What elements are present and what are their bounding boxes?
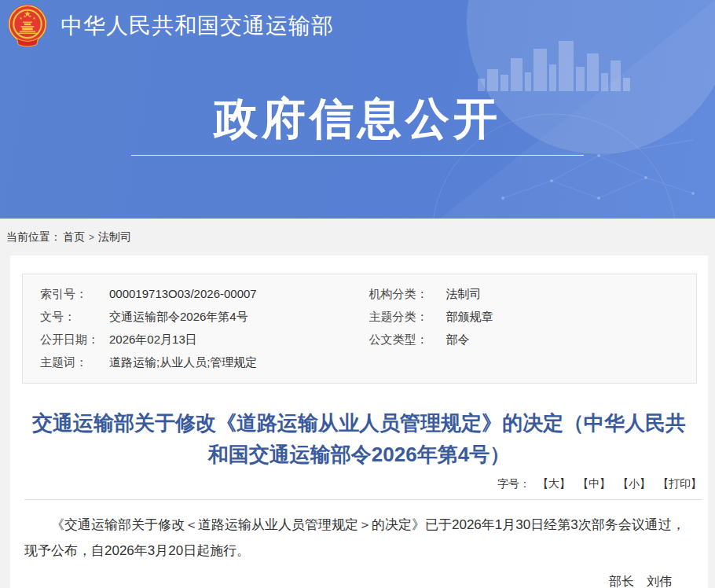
content-card: 索引号： 000019713O03/2026-00007 文号： 交通运输部令2… bbox=[10, 255, 708, 588]
meta-row-topic-category: 主题分类： 部颁规章 bbox=[360, 305, 697, 328]
meta-label: 公开日期： bbox=[23, 328, 109, 351]
document-meta-table: 索引号： 000019713O03/2026-00007 文号： 交通运输部令2… bbox=[22, 274, 697, 384]
title-underline bbox=[131, 155, 584, 156]
meta-row-org-category: 机构分类： 法制司 bbox=[360, 282, 697, 305]
print-button[interactable]: 【打印】 bbox=[658, 477, 702, 490]
meta-column-left: 索引号： 000019713O03/2026-00007 文号： 交通运输部令2… bbox=[23, 282, 360, 373]
meta-value: 部颁规章 bbox=[446, 305, 493, 328]
meta-row-doc-type: 公文类型： 部令 bbox=[360, 328, 697, 351]
font-size-controls: 字号：【大】【中】【小】【打印】 bbox=[10, 477, 702, 491]
ministry-name: 中华人民共和国交通运输部 bbox=[60, 11, 334, 41]
banner: 中华人民共和国交通运输部 政府信息公开 bbox=[0, 0, 715, 219]
meta-row-doc-no: 文号： 交通运输部令2026年第4号 bbox=[23, 305, 360, 328]
article-title: 交通运输部关于修改《道路运输从业人员管理规定》的决定（中华人民共和国交通运输部令… bbox=[24, 407, 694, 470]
site-header: 中华人民共和国交通运输部 bbox=[6, 3, 334, 49]
meta-row-index-no: 索引号： 000019713O03/2026-00007 bbox=[23, 282, 360, 305]
national-emblem-icon bbox=[6, 3, 49, 49]
meta-value: 交通运输部令2026年第4号 bbox=[109, 305, 248, 328]
breadcrumb-current-link[interactable]: 法制司 bbox=[98, 230, 131, 244]
meta-label: 文号： bbox=[23, 305, 109, 328]
breadcrumb: 当前位置： 首页 > 法制司 bbox=[0, 219, 715, 255]
meta-row-publish-date: 公开日期： 2026年02月13日 bbox=[23, 328, 360, 351]
meta-column-right: 机构分类： 法制司 主题分类： 部颁规章 公文类型： 部令 bbox=[360, 282, 697, 373]
meta-value: 2026年02月13日 bbox=[109, 328, 197, 351]
breadcrumb-label: 当前位置： bbox=[6, 230, 61, 244]
signature-minister: 部长 刘伟 bbox=[10, 574, 672, 588]
title-body-divider bbox=[24, 499, 702, 500]
meta-label: 公文类型： bbox=[360, 328, 446, 351]
font-size-label: 字号： bbox=[497, 477, 530, 490]
breadcrumb-separator: > bbox=[89, 232, 94, 243]
article-body: 《交通运输部关于修改＜道路运输从业人员管理规定＞的决定》已于2026年1月30日… bbox=[24, 512, 694, 564]
font-size-medium-button[interactable]: 【中】 bbox=[578, 477, 610, 490]
font-size-large-button[interactable]: 【大】 bbox=[537, 477, 570, 490]
meta-label: 机构分类： bbox=[360, 282, 446, 305]
meta-row-keywords: 主题词： 道路运输;从业人员;管理规定 bbox=[23, 351, 360, 373]
font-size-small-button[interactable]: 【小】 bbox=[618, 477, 651, 490]
meta-value: 000019713O03/2026-00007 bbox=[109, 282, 257, 305]
page-title: 政府信息公开 bbox=[0, 90, 715, 149]
meta-label: 索引号： bbox=[23, 282, 109, 305]
meta-label: 主题分类： bbox=[360, 305, 446, 328]
meta-value: 法制司 bbox=[446, 282, 482, 305]
meta-label: 主题词： bbox=[23, 351, 109, 373]
breadcrumb-home-link[interactable]: 首页 bbox=[63, 230, 85, 244]
meta-value: 道路运输;从业人员;管理规定 bbox=[109, 351, 257, 373]
meta-value: 部令 bbox=[446, 328, 470, 351]
